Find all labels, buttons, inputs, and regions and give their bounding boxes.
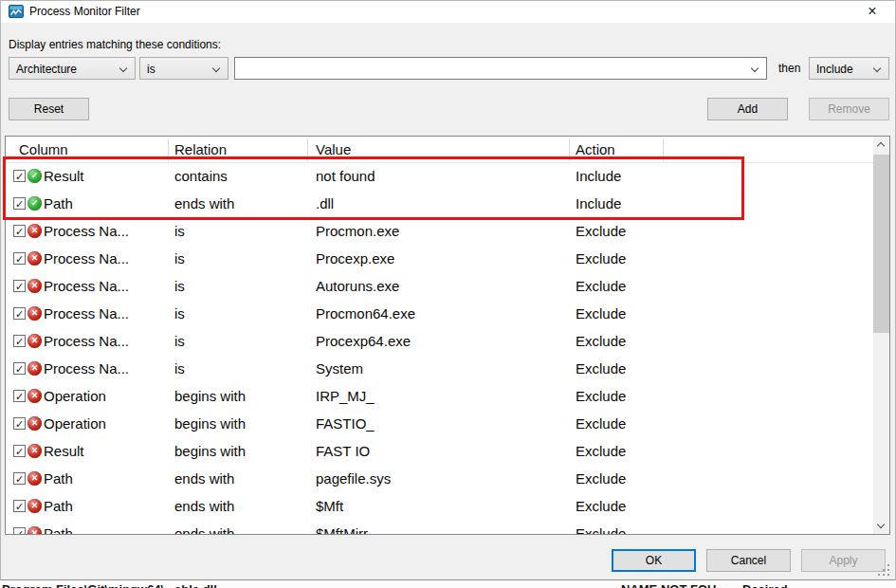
exclude-icon: ✕ xyxy=(27,526,42,535)
background-window-strip: Program Files\Git\mingw64\...able.dll NA… xyxy=(0,581,896,588)
value-combo[interactable] xyxy=(234,57,767,80)
header-action[interactable]: Action xyxy=(576,141,615,157)
row-checkbox[interactable]: ✓ xyxy=(13,445,26,457)
header-divider xyxy=(168,138,169,161)
row-checkbox[interactable]: ✓ xyxy=(13,390,26,402)
exclude-icon: ✕ xyxy=(27,444,42,458)
row-column-cell: Process Na... xyxy=(44,250,129,266)
row-checkbox[interactable]: ✓ xyxy=(13,197,26,210)
chevron-down-icon xyxy=(751,64,759,72)
row-checkbox[interactable]: ✓ xyxy=(13,225,26,237)
resize-grip[interactable] xyxy=(877,563,889,576)
row-column-cell: Process Na... xyxy=(44,223,129,239)
exclude-icon: ✕ xyxy=(27,224,42,238)
relation-select[interactable]: is xyxy=(139,57,229,80)
row-column-cell: Path xyxy=(44,470,73,487)
row-relation-cell: is xyxy=(174,305,185,322)
exclude-icon: ✕ xyxy=(27,279,42,293)
chevron-down-icon xyxy=(119,64,127,72)
list-header: Column Relation Value Action xyxy=(6,137,889,163)
chevron-down-icon xyxy=(873,64,881,72)
row-relation-cell: is xyxy=(174,360,185,377)
header-divider xyxy=(569,138,570,161)
row-checkbox[interactable]: ✓ xyxy=(13,527,26,535)
process-monitor-filter-dialog: Process Monitor Filter × Display entries… xyxy=(0,0,896,588)
close-icon[interactable]: × xyxy=(857,1,887,23)
window-title: Process Monitor Filter xyxy=(29,5,140,18)
filter-row[interactable]: ✓✕Process Na...isAutoruns.exeExclude xyxy=(6,273,874,301)
row-action-cell: Exclude xyxy=(576,305,626,322)
header-divider xyxy=(663,138,664,161)
row-column-cell: Operation xyxy=(44,415,106,432)
include-icon: ✓ xyxy=(27,196,42,211)
cancel-button[interactable]: Cancel xyxy=(706,549,791,572)
filter-row[interactable]: ✓✕Process Na...isSystemExclude xyxy=(6,356,874,383)
row-action-cell: Exclude xyxy=(576,470,626,487)
filter-row[interactable]: ✓✕Process Na...isProcmon64.exeExclude xyxy=(6,301,874,328)
row-checkbox[interactable]: ✓ xyxy=(13,362,26,375)
row-column-cell: Result xyxy=(44,443,84,459)
action-select-value: Include xyxy=(816,63,853,76)
row-value-cell: pagefile.sys xyxy=(316,470,391,487)
row-action-cell: Include xyxy=(576,168,621,184)
scrollbar-thumb[interactable] xyxy=(873,155,889,333)
row-checkbox[interactable]: ✓ xyxy=(13,500,26,512)
filter-row[interactable]: ✓✕Pathends with$MftMirrExclude xyxy=(6,521,874,535)
filter-value-input[interactable] xyxy=(237,60,740,77)
filter-row[interactable]: ✓✕Operationbegins withFASTIO_Exclude xyxy=(6,411,874,438)
row-action-cell: Exclude xyxy=(576,415,626,432)
filter-row[interactable]: ✓✓Pathends with.dllInclude xyxy=(6,191,874,218)
header-divider xyxy=(307,138,308,161)
row-relation-cell: is xyxy=(174,223,185,239)
row-action-cell: Exclude xyxy=(576,443,626,459)
then-label: then xyxy=(778,62,800,75)
exclude-icon: ✕ xyxy=(27,251,42,266)
filter-list: Column Relation Value Action ✓✓Resultcon… xyxy=(5,136,890,535)
row-checkbox[interactable]: ✓ xyxy=(13,170,26,182)
relation-select-value: is xyxy=(147,63,155,76)
filter-row[interactable]: ✓✕Operationbegins withIRP_MJ_Exclude xyxy=(6,383,874,411)
reset-button[interactable]: Reset xyxy=(9,98,89,120)
scroll-up-icon[interactable] xyxy=(873,137,889,153)
exclude-icon: ✕ xyxy=(27,471,42,486)
column-select[interactable]: Architecture xyxy=(9,57,136,80)
filter-row[interactable]: ✓✕Pathends withpagefile.sysExclude xyxy=(6,466,874,493)
row-checkbox[interactable]: ✓ xyxy=(13,335,26,347)
row-relation-cell: ends with xyxy=(174,470,234,487)
row-checkbox[interactable]: ✓ xyxy=(13,417,26,430)
include-icon: ✓ xyxy=(27,169,42,183)
filter-row[interactable]: ✓✕Process Na...isProcexp64.exeExclude xyxy=(6,328,874,356)
action-select[interactable]: Include xyxy=(809,57,889,80)
vertical-scrollbar[interactable] xyxy=(873,137,889,534)
row-relation-cell: is xyxy=(174,333,185,349)
exclude-icon: ✕ xyxy=(27,499,42,513)
row-value-cell: $MftMirr xyxy=(316,525,368,535)
row-action-cell: Exclude xyxy=(576,278,626,294)
row-checkbox[interactable]: ✓ xyxy=(13,472,26,485)
header-relation[interactable]: Relation xyxy=(174,141,227,157)
scroll-down-icon[interactable] xyxy=(873,518,889,534)
row-value-cell: FASTIO_ xyxy=(316,415,375,432)
row-checkbox[interactable]: ✓ xyxy=(13,252,26,265)
header-value[interactable]: Value xyxy=(316,141,351,157)
exclude-icon: ✕ xyxy=(27,361,42,376)
filter-row[interactable]: ✓✕Pathends with$MftExclude xyxy=(6,493,874,521)
exclude-icon: ✕ xyxy=(27,334,42,348)
row-column-cell: Path xyxy=(44,498,73,514)
row-value-cell: Procexp.exe xyxy=(316,250,394,266)
filter-row[interactable]: ✓✓Resultcontainsnot foundInclude xyxy=(6,163,874,191)
row-checkbox[interactable]: ✓ xyxy=(13,280,26,292)
ok-button[interactable]: OK xyxy=(612,549,696,572)
row-value-cell: IRP_MJ_ xyxy=(316,388,375,404)
instruction-label: Display entries matching these condition… xyxy=(9,38,221,51)
row-column-cell: Process Na... xyxy=(44,360,129,377)
filter-row[interactable]: ✓✕Process Na...isProcexp.exeExclude xyxy=(6,246,874,273)
row-value-cell: Procmon64.exe xyxy=(316,305,415,322)
filter-row[interactable]: ✓✕Process Na...isProcmon.exeExclude xyxy=(6,218,874,246)
filter-row[interactable]: ✓✕Resultbegins withFAST IOExclude xyxy=(6,438,874,466)
header-column[interactable]: Column xyxy=(19,141,68,157)
add-button[interactable]: Add xyxy=(707,98,788,120)
row-relation-cell: begins with xyxy=(174,388,246,404)
row-relation-cell: ends with xyxy=(174,195,234,211)
row-checkbox[interactable]: ✓ xyxy=(13,307,26,320)
